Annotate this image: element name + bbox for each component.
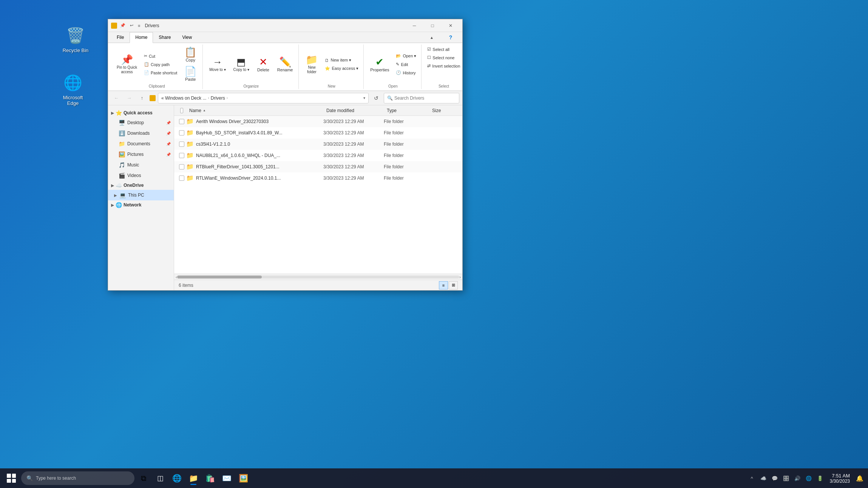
- back-quick-access-btn[interactable]: ↩: [128, 22, 135, 29]
- select-all-checkbox[interactable]: [180, 108, 183, 113]
- large-icons-view-btn[interactable]: ⊞: [449, 281, 458, 289]
- ribbon-collapse-btn[interactable]: ▲: [423, 32, 440, 43]
- sidebar-item-quick-access[interactable]: ▶ ⭐ Quick access: [108, 108, 174, 117]
- search-box[interactable]: 🔍: [384, 93, 459, 103]
- table-row[interactable]: 📁 Aerith Windows Driver_2302270303 3/30/…: [174, 116, 462, 127]
- path-windows[interactable]: « Windows on Deck ...: [161, 95, 206, 101]
- chat-tray-icon[interactable]: 💬: [769, 471, 780, 486]
- row-checkbox[interactable]: [177, 153, 186, 158]
- taskbar-search[interactable]: 🔍 Type here to search: [21, 471, 134, 485]
- scroll-track[interactable]: [177, 276, 460, 279]
- tab-file[interactable]: File: [111, 32, 130, 43]
- edit-button[interactable]: ✎ Edit: [393, 60, 419, 68]
- refresh-button[interactable]: ↺: [371, 93, 381, 103]
- path-dropdown-btn[interactable]: ▾: [363, 96, 365, 100]
- select-none-button[interactable]: ☐ Select none: [425, 54, 463, 62]
- copy-to-button[interactable]: ⬒ Copy to ▾: [230, 55, 253, 74]
- clock[interactable]: 7:51 AM 3/30/2023: [827, 472, 853, 485]
- file-checkbox[interactable]: [179, 153, 184, 158]
- easy-access-button[interactable]: ⭐ Easy access ▾: [322, 65, 361, 72]
- select-all-button[interactable]: ☑ Select all: [425, 45, 463, 53]
- notification-center-btn[interactable]: 🔔: [854, 471, 865, 486]
- sidebar-item-pictures[interactable]: 🖼️ Pictures 📌: [108, 149, 174, 160]
- paste-shortcut-button[interactable]: 📄 Paste shortcut: [141, 69, 180, 77]
- table-row[interactable]: 📁 cs35l41-V1.2.1.0 3/30/2023 12:29 AM Fi…: [174, 139, 462, 150]
- horizontal-scrollbar[interactable]: ‹ ›: [174, 274, 462, 280]
- open-button[interactable]: 📂 Open ▾: [393, 52, 419, 60]
- row-checkbox[interactable]: [177, 175, 186, 181]
- scroll-right-btn[interactable]: ›: [459, 275, 461, 279]
- properties-button[interactable]: ✔ Properties: [367, 55, 392, 74]
- col-size-header[interactable]: Size: [429, 106, 459, 115]
- table-row[interactable]: 📁 BayHub_SD_STOR_installV3.4.01.89_W... …: [174, 127, 462, 139]
- col-date-header[interactable]: Date modified: [323, 106, 384, 115]
- paste-button[interactable]: 📄 Paste: [181, 65, 200, 83]
- file-checkbox[interactable]: [179, 142, 184, 147]
- file-checkbox[interactable]: [179, 164, 184, 169]
- up-button[interactable]: ↑: [137, 93, 147, 103]
- start-button[interactable]: [3, 470, 20, 486]
- store-taskbar-button[interactable]: 🛍️: [202, 471, 218, 486]
- sidebar-item-network[interactable]: ▶ 🌐 Network: [108, 200, 174, 209]
- cloud-tray-icon[interactable]: ☁️: [758, 471, 769, 486]
- edge-taskbar-button[interactable]: 🌐: [169, 471, 184, 486]
- file-explorer-taskbar-button[interactable]: 📁: [186, 471, 201, 486]
- sidebar-item-downloads[interactable]: ⬇️ Downloads 📌: [108, 128, 174, 139]
- photos-taskbar-button[interactable]: 🖼️: [236, 471, 251, 486]
- delete-button[interactable]: ✕ Delete: [253, 55, 273, 74]
- details-view-btn[interactable]: ≡: [439, 281, 448, 289]
- row-checkbox[interactable]: [177, 119, 186, 124]
- copy-button[interactable]: 📋 Copy: [181, 45, 200, 64]
- row-checkbox[interactable]: [177, 130, 186, 135]
- sidebar-item-onedrive[interactable]: ▶ ☁️ OneDrive: [108, 181, 174, 190]
- maximize-button[interactable]: □: [424, 20, 441, 31]
- scroll-thumb[interactable]: [177, 276, 262, 279]
- minimize-button[interactable]: ─: [406, 20, 423, 31]
- col-check-header[interactable]: [177, 106, 186, 115]
- network-tray-icon[interactable]: 🌐: [803, 471, 814, 486]
- new-folder-button[interactable]: 📁 Newfolder: [302, 53, 321, 76]
- table-row[interactable]: 📁 RTLWlanE_WindowsDriver_2024.0.10.1... …: [174, 172, 462, 184]
- mail-taskbar-button[interactable]: ✉️: [219, 471, 234, 486]
- col-name-header[interactable]: Name ▲: [186, 106, 323, 115]
- tab-view[interactable]: View: [176, 32, 198, 43]
- widgets-button[interactable]: ◫: [153, 471, 168, 486]
- quick-access-titlebar-btn[interactable]: 📌: [119, 22, 127, 29]
- battery-tray-icon[interactable]: 🔋: [815, 471, 825, 486]
- address-path[interactable]: « Windows on Deck ... › Drivers › ▾: [158, 93, 369, 103]
- invert-selection-button[interactable]: ⇄ Invert selection: [425, 62, 463, 70]
- chevron-tray-btn[interactable]: ^: [747, 471, 757, 486]
- cut-button[interactable]: ✂ Cut: [141, 52, 180, 60]
- history-button[interactable]: 🕐 History: [393, 69, 419, 77]
- path-drivers[interactable]: Drivers: [211, 95, 225, 101]
- back-button[interactable]: ←: [111, 93, 122, 103]
- row-checkbox[interactable]: [177, 142, 186, 147]
- file-checkbox[interactable]: [179, 175, 184, 181]
- sidebar-item-desktop[interactable]: 🖥️ Desktop 📌: [108, 117, 174, 128]
- rename-button[interactable]: ✏️ Rename: [274, 55, 297, 74]
- sidebar-item-this-pc[interactable]: ▶ 💻 This PC: [108, 190, 174, 200]
- tab-share[interactable]: Share: [153, 32, 176, 43]
- recycle-bin-icon[interactable]: 🗑️ Recycle Bin: [59, 23, 93, 56]
- forward-button[interactable]: →: [124, 93, 134, 103]
- table-row[interactable]: 📁 RTBlueR_FilterDriver_1041.3005_1201...…: [174, 161, 462, 172]
- volume-tray-icon[interactable]: 🔊: [792, 471, 803, 486]
- search-input[interactable]: [394, 95, 456, 101]
- row-checkbox[interactable]: [177, 164, 186, 169]
- pin-to-quick-access-button[interactable]: 📌 Pin to Quickaccess: [113, 53, 141, 76]
- close-button[interactable]: ✕: [442, 20, 459, 31]
- copy-path-button[interactable]: 📋 Copy path: [141, 60, 180, 68]
- new-item-button[interactable]: 🗋 New item ▾: [322, 56, 361, 64]
- file-checkbox[interactable]: [179, 119, 184, 124]
- table-row[interactable]: 📁 NAU88L21_x64_1.0.6.0_WHQL - DUA_... 3/…: [174, 150, 462, 161]
- mic-tray-icon[interactable]: 🎛️: [781, 471, 791, 486]
- sidebar-item-documents[interactable]: 📁 Documents 📌: [108, 139, 174, 149]
- task-view-button[interactable]: ⧉: [136, 471, 151, 486]
- sidebar-item-videos[interactable]: 🎬 Videos: [108, 170, 174, 181]
- sidebar-item-music[interactable]: 🎵 Music: [108, 160, 174, 170]
- tab-home[interactable]: Home: [130, 32, 153, 43]
- file-checkbox[interactable]: [179, 130, 184, 135]
- forward-quick-access-btn[interactable]: ≡: [136, 23, 142, 29]
- help-btn[interactable]: ?: [442, 32, 459, 43]
- edge-desktop-icon[interactable]: 🌐 Microsoft Edge: [56, 70, 90, 109]
